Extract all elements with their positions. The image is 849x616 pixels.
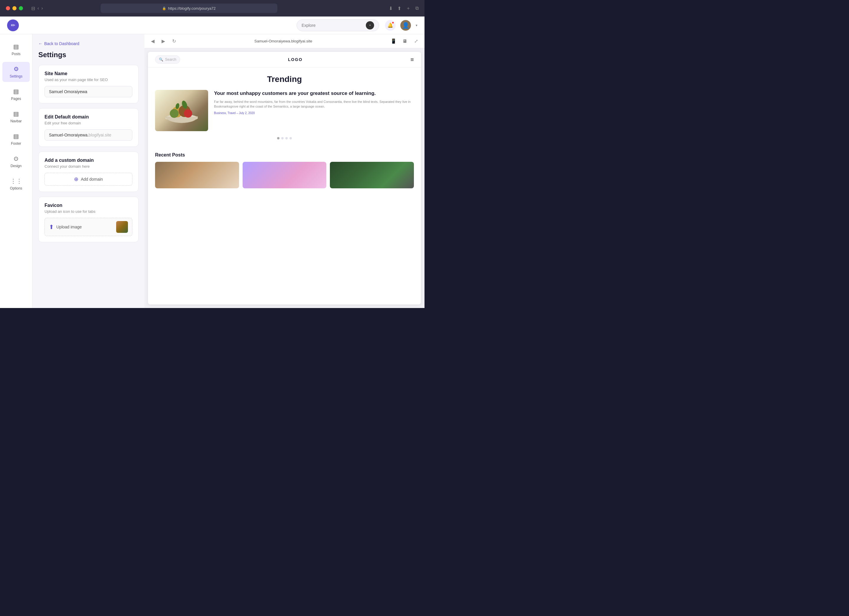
dot-4[interactable] — [289, 137, 292, 140]
back-arrow-icon: ← — [38, 41, 42, 46]
post-thumbnail-3[interactable] — [330, 162, 414, 188]
notifications-button[interactable]: 🔔 — [385, 20, 396, 31]
dot-3[interactable] — [285, 137, 288, 140]
search-placeholder: Search — [165, 58, 176, 62]
back-icon[interactable]: ‹ — [37, 6, 39, 11]
carousel-dots — [155, 137, 414, 140]
options-icon: ⋮⋮ — [10, 177, 22, 185]
preview-search-bar: 🔍 Search — [155, 55, 180, 64]
expand-preview-button[interactable]: ⤢ — [413, 37, 420, 45]
post-thumbnail-2[interactable] — [243, 162, 327, 188]
explore-input[interactable] — [302, 23, 363, 28]
upload-icon: ⬆ — [49, 223, 54, 231]
upload-label: Upload image — [56, 225, 82, 229]
preview-url-display: Samuel-Omoraiyewa.blogifyai.site — [181, 39, 385, 43]
footer-label: Footer — [11, 141, 21, 146]
featured-quote: Your most unhappy customers are your gre… — [214, 90, 414, 97]
sidebar-item-design[interactable]: ⊙ Design — [2, 152, 30, 171]
hamburger-icon[interactable]: ≡ — [410, 56, 414, 63]
new-tab-icon[interactable]: ＋ — [406, 5, 411, 12]
custom-domain-title: Add a custom domain — [45, 158, 133, 163]
explore-search-bar[interactable]: ⚬ — [296, 19, 379, 31]
desktop-device-button[interactable]: 🖥 — [401, 37, 409, 45]
domain-suffix: blogifyai.site — [89, 132, 112, 137]
fruit-bowl-illustration — [164, 96, 199, 125]
download-icon[interactable]: ⬇ — [389, 5, 393, 12]
trending-title: Trending — [155, 74, 414, 84]
featured-meta: Business, Travel – July 2, 2020 — [214, 112, 414, 115]
recent-posts-grid — [148, 162, 421, 195]
domain-input-display[interactable]: Samuel-Omoraiyewa.blogifyai.site — [45, 129, 133, 141]
custom-domain-card: Add a custom domain Connect your domain … — [38, 152, 139, 192]
logo-button[interactable]: ✏ — [7, 19, 19, 31]
preview-hero: Trending — [148, 67, 421, 152]
sidebar-item-pages[interactable]: ▤ Pages — [2, 84, 30, 104]
settings-panel: ← Back to Dashboard Settings Site Name U… — [33, 34, 144, 308]
featured-content: Your most unhappy customers are your gre… — [214, 90, 414, 131]
domain-title: Edit Default domain — [45, 115, 133, 120]
dot-2[interactable] — [281, 137, 284, 140]
navbar-icon: ▤ — [13, 110, 19, 117]
sidebar-toggle-icon[interactable]: ⊟ — [31, 6, 35, 11]
minimize-btn[interactable] — [12, 6, 16, 10]
recent-posts-section: Recent Posts — [148, 152, 421, 195]
url-text: https://blogify.com/pourya72 — [168, 6, 216, 10]
browser-navigation: ⊟ ‹ › — [31, 6, 43, 11]
meta-tags: Business, Travel — [214, 112, 235, 115]
dropdown-arrow-icon[interactable]: ▾ — [416, 23, 417, 27]
dot-1[interactable] — [277, 137, 280, 140]
user-avatar[interactable]: 👤 — [400, 20, 411, 31]
explore-toggle-icon[interactable]: ⚬ — [366, 21, 374, 30]
design-label: Design — [10, 164, 21, 168]
preview-logo: LOGO — [180, 57, 410, 62]
sidebar-item-settings[interactable]: ⚙ Settings — [2, 62, 30, 82]
preview-panel: ◀ ▶ ↻ Samuel-Omoraiyewa.blogifyai.site 📱… — [144, 34, 424, 308]
favicon-thumbnail — [116, 221, 128, 233]
lock-icon: 🔒 — [162, 6, 166, 10]
footer-icon: ▤ — [13, 132, 19, 140]
site-preview: 🔍 Search LOGO ≡ Trending — [148, 52, 421, 305]
sidebar-item-options[interactable]: ⋮⋮ Options — [2, 174, 30, 194]
svg-point-3 — [170, 109, 179, 118]
traffic-lights — [6, 6, 23, 10]
share-icon[interactable]: ⬆ — [398, 5, 401, 12]
plus-icon: ⊕ — [74, 176, 78, 182]
settings-title: Settings — [38, 51, 139, 59]
tabs-icon[interactable]: ⧉ — [416, 5, 419, 12]
add-domain-button[interactable]: ⊕ Add domain — [45, 173, 133, 186]
top-bar-right: 🔔 👤 ▾ — [385, 20, 417, 31]
post-thumbnail-1[interactable] — [155, 162, 239, 188]
meta-separator: – — [237, 112, 239, 115]
browser-right-icons: ⬇ ⬆ ＋ ⧉ — [389, 5, 419, 12]
fullscreen-btn[interactable] — [19, 6, 23, 10]
top-bar: ✏ ⚬ 🔔 👤 ▾ — [0, 16, 424, 34]
sidebar-item-navbar[interactable]: ▤ Navbar — [2, 107, 30, 127]
sidebar-item-footer[interactable]: ▤ Footer — [2, 129, 30, 149]
site-name-input[interactable] — [45, 86, 133, 97]
mobile-device-button[interactable]: 📱 — [389, 37, 398, 45]
featured-article: Your most unhappy customers are your gre… — [155, 90, 414, 131]
search-icon: 🔍 — [159, 58, 163, 62]
sidebar-item-posts[interactable]: ▤ Posts — [2, 40, 30, 60]
preview-refresh-button[interactable]: ↻ — [170, 37, 178, 45]
domain-card: Edit Default domain Edit your free domai… — [38, 108, 139, 147]
favicon-card: Favicon Upload an icon to use for tabs ⬆… — [38, 196, 139, 242]
upload-left: ⬆ Upload image — [49, 223, 82, 231]
featured-body: Far far away, behind the word mountains,… — [214, 99, 414, 109]
close-btn[interactable] — [6, 6, 10, 10]
content-area: ← Back to Dashboard Settings Site Name U… — [33, 34, 424, 308]
left-sidebar: ▤ Posts ⚙ Settings ▤ Pages ▤ Navbar ▤ Fo… — [0, 34, 33, 308]
add-domain-label: Add domain — [81, 177, 103, 182]
forward-icon[interactable]: › — [41, 6, 43, 11]
browser-chrome: ⊟ ‹ › 🔒 https://blogify.com/pourya72 ⬇ ⬆… — [0, 0, 424, 16]
back-to-dashboard-link[interactable]: ← Back to Dashboard — [38, 41, 139, 46]
navbar-label: Navbar — [10, 119, 22, 123]
favicon-title: Favicon — [45, 203, 133, 208]
favicon-upload-area[interactable]: ⬆ Upload image — [45, 218, 133, 236]
preview-forward-button[interactable]: ▶ — [160, 37, 167, 45]
main-area: ▤ Posts ⚙ Settings ▤ Pages ▤ Navbar ▤ Fo… — [0, 34, 424, 308]
site-name-desc: Used as your main page title for SEO — [45, 77, 133, 82]
domain-desc: Edit your free domain — [45, 121, 133, 125]
address-bar[interactable]: 🔒 https://blogify.com/pourya72 — [101, 3, 277, 13]
preview-back-button[interactable]: ◀ — [149, 37, 156, 45]
